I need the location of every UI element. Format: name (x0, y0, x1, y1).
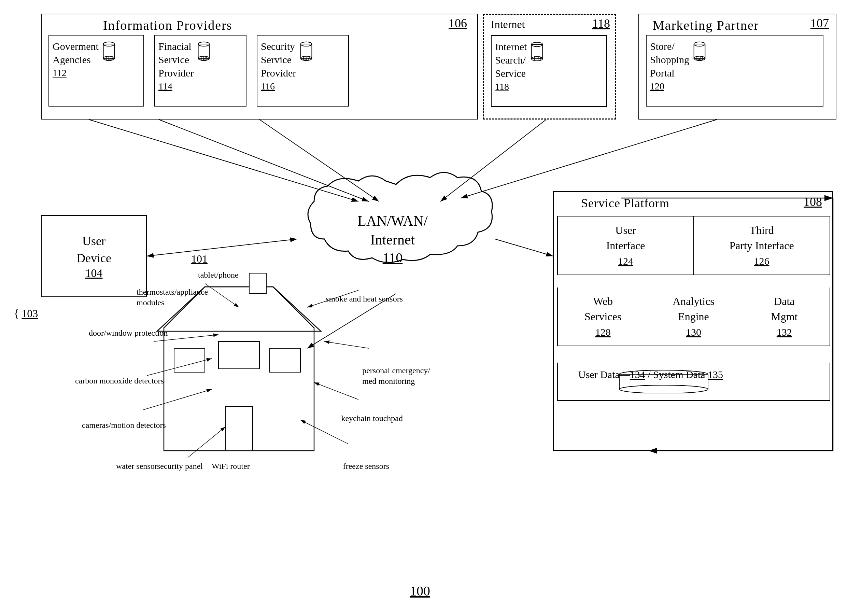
svg-line-36 (461, 119, 717, 198)
is-cylinder: 119 (529, 41, 545, 63)
sp-top-row: UserInterface124 ThirdParty Interface126 (557, 216, 830, 275)
user-data-num: 134 (630, 369, 645, 380)
wifi-label: WiFi router (212, 461, 250, 471)
financial-box: FinacialServiceProvider 114 115 (154, 35, 247, 107)
svg-point-22 (619, 385, 708, 393)
ref-103-container: { 103 (14, 307, 38, 320)
financial-num: 114 (159, 81, 193, 92)
store-num: 120 (650, 81, 689, 92)
svg-line-38 (495, 239, 553, 256)
govt-label: GovermentAgencies (53, 41, 99, 65)
third-party-cell: ThirdParty Interface126 (694, 217, 829, 275)
svg-rect-29 (249, 273, 266, 294)
system-data-num: 135 (708, 369, 723, 380)
data-mgmt-cell: DataMgmt132 (739, 288, 829, 346)
svg-text:113: 113 (105, 55, 113, 61)
security-label: SecurityServiceProvider (261, 41, 296, 79)
water-label: water sensor (116, 461, 157, 471)
diagram-container: Information Providers 106 GovermentAgenc… (0, 0, 862, 616)
security-panel-label: security panel (157, 461, 203, 471)
cameras-label: cameras/motion detectors (82, 420, 166, 431)
user-interface-num: 124 (618, 255, 633, 267)
marketing-box: Marketing Partner 107 Store/ShoppingPort… (638, 14, 836, 119)
is-num: 118 (495, 81, 527, 92)
security-num: 116 (261, 81, 296, 92)
third-party-num: 126 (754, 255, 769, 267)
thermostat-label: thermostats/appliancemodules (137, 287, 208, 308)
door-label: door/window protection (89, 328, 168, 338)
sp-mid-row: WebServices128 AnalyticsEngine130 DataMg… (557, 288, 830, 346)
financial-label: FinacialServiceProvider (159, 41, 193, 79)
web-services-num: 128 (595, 327, 611, 338)
internet-search-outer: Internet 118 InternetSearch/Service 118 … (483, 14, 616, 119)
info-providers-title: Information Providers (103, 18, 232, 33)
keychain-label: keychain touchpad (341, 413, 403, 424)
marketing-title: Marketing Partner (653, 18, 759, 33)
store-label: Store/ShoppingPortal (650, 41, 689, 79)
brace-symbol: { (14, 307, 19, 320)
store-box: Store/ShoppingPortal 120 121 (646, 35, 823, 107)
govt-cylinder: 113 (101, 41, 116, 63)
financial-cylinder: 115 (196, 41, 211, 63)
figure-num: 100 (410, 583, 430, 599)
smoke-label: smoke and heat sensors (326, 294, 403, 304)
security-box: SecurityServiceProvider 116 117 (257, 35, 349, 107)
personal-label: personal emergency/med monitoring (362, 365, 430, 387)
svg-text:121: 121 (696, 55, 704, 61)
ref-103: 103 (22, 307, 38, 320)
info-providers-box: Information Providers 106 GovermentAgenc… (41, 14, 478, 119)
store-cylinder: 121 (692, 41, 707, 63)
web-services-cell: WebServices128 (558, 288, 648, 346)
info-providers-num: 106 (449, 16, 467, 30)
tablet-label: tablet/phone (198, 270, 239, 280)
svg-text:115: 115 (200, 55, 208, 61)
is-label: InternetSearch/Service (495, 41, 527, 79)
ref-101: 101 (191, 253, 207, 265)
svg-text:119: 119 (533, 55, 541, 61)
marketing-num: 107 (810, 16, 829, 30)
svg-text:117: 117 (302, 55, 310, 61)
freeze-label: freeze sensors (343, 461, 389, 471)
carbon-label: carbon monoxide detectors (75, 376, 164, 386)
cloud-label: LAN/WAN/Internet110 (324, 212, 461, 267)
data-mgmt-num: 132 (777, 327, 792, 338)
govt-box: GovermentAgencies 112 113 (49, 35, 144, 107)
is-outer-title: Internet (491, 18, 525, 31)
user-data-row: User Data—134 / System Data 135 (557, 363, 830, 401)
service-platform-box: Service Platform 108 UserInterface124 Th… (553, 191, 833, 451)
home-area: tablet/phone thermostats/appliancemodule… (102, 259, 375, 492)
svg-line-37 (147, 239, 297, 256)
security-cylinder: 117 (299, 41, 314, 63)
sp-title: Service Platform (581, 196, 669, 211)
internet-search-inner: InternetSearch/Service 118 119 (491, 35, 607, 107)
user-data-label: User Data—134 / System Data 135 (578, 369, 723, 380)
analytics-num: 130 (686, 327, 701, 338)
is-outer-num: 118 (592, 16, 610, 31)
govt-num: 112 (53, 68, 99, 79)
sp-num: 108 (804, 195, 822, 209)
analytics-cell: AnalyticsEngine130 (648, 288, 739, 346)
user-device-num: 104 (85, 267, 103, 280)
user-interface-cell: UserInterface124 (558, 217, 694, 275)
